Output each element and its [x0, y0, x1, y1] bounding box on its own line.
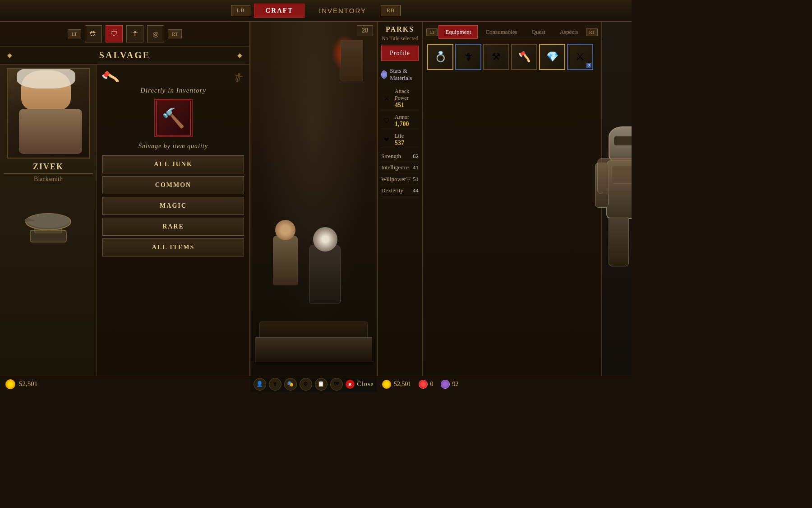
- willpower-row: Willpower ▽ 51: [381, 173, 419, 185]
- rt-button[interactable]: RT: [168, 29, 182, 38]
- close-btn-game[interactable]: B: [346, 380, 355, 389]
- attack-power-value: 451: [395, 102, 419, 109]
- willpower-label: Willpower: [381, 176, 406, 183]
- armor-icon: 🛡: [381, 116, 392, 126]
- action-icon-4[interactable]: ⚙: [300, 378, 312, 391]
- directly-label: Directly in Inventory: [140, 87, 206, 94]
- floor-element-1: [259, 322, 368, 340]
- action-icon-6[interactable]: 🗺: [330, 378, 343, 391]
- all-items-button[interactable]: ALL ITEMS: [102, 238, 244, 256]
- salvage-header: ◆ SALVAGE ◆: [0, 47, 249, 65]
- life-value: 537: [395, 140, 419, 147]
- attack-power-info: Attack Power 451: [395, 88, 419, 109]
- stats-panel: PARKS No Title selected Profile Stats & …: [378, 22, 423, 392]
- attack-power-icon: ⚔: [381, 93, 392, 104]
- icon-tab-helmet[interactable]: ⛑: [85, 25, 102, 42]
- willpower-value: 51: [413, 176, 419, 183]
- salvage-title: SALVAGE: [12, 50, 237, 61]
- armor-value: 1,700: [395, 121, 419, 128]
- craft-tab[interactable]: CRAFT: [254, 4, 304, 18]
- equip-icon-5: 💎: [546, 51, 558, 63]
- common-button[interactable]: COMMON: [102, 176, 244, 194]
- char-leg-left: [609, 217, 629, 266]
- portrait-area: ZIVEK Blacksmith: [0, 65, 97, 390]
- gold-icon: [5, 379, 15, 389]
- npc-portrait: [7, 68, 90, 158]
- salvage-by-label: Salvage by item quality: [138, 143, 208, 150]
- red-currency: 0: [419, 380, 434, 389]
- life-row: ❤ Life 537: [381, 132, 419, 148]
- strength-label: Strength: [381, 153, 401, 160]
- purple-currency-icon: [441, 380, 450, 389]
- equip-slot-6[interactable]: ⚔ 2: [567, 44, 593, 70]
- icon-tab-shield-active[interactable]: 🛡: [106, 25, 123, 42]
- inventory-tab[interactable]: INVENTORY: [308, 4, 377, 17]
- equip-icon-2: 🗡: [463, 51, 473, 63]
- profile-button[interactable]: Profile: [381, 46, 419, 61]
- gold-currency-icon: [382, 380, 391, 389]
- action-icon-1[interactable]: 👤: [254, 378, 266, 391]
- lb-button[interactable]: LB: [231, 5, 250, 16]
- equip-rt-button[interactable]: RT: [586, 28, 598, 36]
- gold-amount-left: 52,501: [19, 380, 37, 388]
- equip-icon-3: ⚒: [492, 51, 501, 63]
- left-content-area: ZIVEK Blacksmith: [0, 65, 249, 390]
- diamond-right-icon: ◆: [237, 51, 242, 59]
- bottom-currency-bar: 52,501 0 92: [377, 376, 632, 392]
- strength-row: Strength 62: [381, 151, 419, 162]
- lt-button[interactable]: LT: [68, 29, 81, 38]
- gold-currency: 52,501: [382, 380, 411, 389]
- action-icon-3[interactable]: 🎭: [284, 378, 297, 391]
- dexterity-label: Dexterity: [381, 187, 403, 194]
- equip-lt-button[interactable]: LT: [426, 28, 438, 36]
- icon-tab-target[interactable]: ◎: [147, 25, 164, 42]
- deco-sword-right: 🗡: [230, 69, 246, 86]
- equip-slot-3[interactable]: ⚒: [483, 44, 509, 70]
- intelligence-label: Intelligence: [381, 164, 409, 171]
- aspects-tab[interactable]: Aspects: [553, 25, 585, 39]
- strength-value: 62: [413, 153, 419, 160]
- gold-display-left: 52,501: [0, 376, 250, 392]
- action-icon-5[interactable]: 📋: [315, 378, 328, 391]
- blacksmith-icon-area: [17, 190, 80, 253]
- equip-slot-2[interactable]: 🗡: [455, 44, 481, 70]
- npc-title: Blacksmith: [34, 176, 63, 183]
- consumables-tab[interactable]: Consumables: [479, 25, 524, 39]
- equip-slot-1[interactable]: 💍: [427, 44, 453, 70]
- red-currency-value: 0: [430, 381, 434, 388]
- left-panel: LT ⛑ 🛡 🗡 ◎ RT ◆ SALVAGE ◆ ZIV: [0, 22, 250, 392]
- quest-tab[interactable]: Quest: [525, 25, 552, 39]
- right-panel: PARKS No Title selected Profile Stats & …: [377, 22, 632, 392]
- character-model: ◁ ▷ 📶 ✕: [602, 22, 632, 376]
- purple-currency-value: 92: [452, 381, 459, 388]
- character-model-area: ◁ ▷ 📶 ✕: [601, 22, 632, 392]
- stats-icon: [381, 70, 387, 79]
- life-label: Life: [395, 133, 419, 140]
- armor-row: 🛡 Armor 1,700: [381, 113, 419, 129]
- char-body-2: [309, 245, 341, 303]
- close-label-game: Close: [357, 381, 374, 388]
- game-action-bar: 👤 🗡 🎭 ⚙ 📋 🗺 B Close: [250, 376, 377, 392]
- top-navigation: LB CRAFT INVENTORY RB: [0, 0, 632, 22]
- attack-power-label: Attack Power: [395, 88, 419, 102]
- magic-button[interactable]: MAGIC: [102, 197, 244, 215]
- equip-slot-4[interactable]: 🪓: [511, 44, 537, 70]
- equip-slot-5[interactable]: 💎: [539, 44, 565, 70]
- char-body-1: [273, 236, 298, 285]
- rb-button[interactable]: RB: [381, 5, 401, 16]
- gold-currency-value: 52,501: [394, 381, 411, 388]
- hammer-icon-box[interactable]: 🔨: [154, 99, 193, 137]
- icon-tabs-row: LT ⛑ 🛡 🗡 ◎ RT: [0, 22, 249, 47]
- equip-icon-1: 💍: [434, 51, 447, 63]
- equipment-grid: 💍 🗡 ⚒ 🪓 💎 ⚔ 2: [423, 39, 601, 75]
- icon-tab-shield2[interactable]: 🗡: [126, 25, 143, 42]
- armor-info: Armor 1,700: [395, 114, 419, 128]
- equipment-tab[interactable]: Equipment: [438, 25, 478, 39]
- action-icon-2[interactable]: 🗡: [269, 378, 281, 391]
- filter-icon: ▽: [406, 175, 411, 183]
- game-view: 28: [250, 22, 377, 376]
- all-junk-button[interactable]: ALL JUNK: [102, 155, 244, 173]
- rare-button[interactable]: RARE: [102, 218, 244, 236]
- intelligence-row: Intelligence 41: [381, 162, 419, 173]
- parks-header: PARKS: [381, 25, 419, 33]
